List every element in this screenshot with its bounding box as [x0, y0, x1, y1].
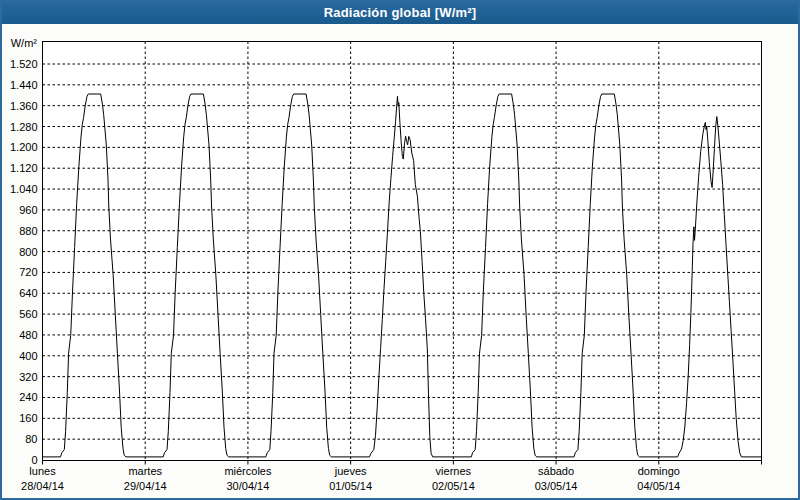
- y-tick-label: 560: [19, 308, 37, 320]
- day-name-label: viernes: [436, 465, 472, 477]
- chart-window: Radiación global [W/m²] W/m² 08016024032…: [0, 0, 800, 500]
- y-tick-label: 1.120: [10, 162, 38, 174]
- y-tick-label: 1.040: [10, 183, 38, 195]
- chart-title: Radiación global [W/m²]: [324, 5, 477, 20]
- day-date-label: 03/05/14: [535, 480, 578, 492]
- y-tick-label: 480: [19, 329, 37, 341]
- y-tick-label: 320: [19, 371, 37, 383]
- day-date-label: 04/05/14: [637, 480, 680, 492]
- chart-title-bar: Radiación global [W/m²]: [2, 2, 798, 24]
- y-tick-label: 400: [19, 350, 37, 362]
- day-date-label: 29/04/14: [124, 480, 167, 492]
- day-name-label: martes: [128, 465, 162, 477]
- y-tick-label: 1.520: [10, 58, 38, 70]
- y-tick-label: 1.360: [10, 100, 38, 112]
- chart-area: W/m² 08016024032040048056064072080088096…: [2, 24, 798, 498]
- y-axis-unit-label: W/m²: [2, 37, 37, 49]
- day-date-label: 02/05/14: [432, 480, 475, 492]
- radiation-line-chart: 0801602403204004805606407208008809601.04…: [2, 24, 798, 498]
- day-name-label: jueves: [334, 465, 367, 477]
- y-tick-label: 800: [19, 246, 37, 258]
- y-tick-label: 160: [19, 412, 37, 424]
- y-tick-label: 240: [19, 391, 37, 403]
- y-tick-label: 960: [19, 204, 37, 216]
- day-date-label: 28/04/14: [21, 480, 64, 492]
- day-name-label: sábado: [538, 465, 574, 477]
- day-name-label: domingo: [638, 465, 680, 477]
- day-date-label: 01/05/14: [329, 480, 372, 492]
- day-name-label: miércoles: [224, 465, 272, 477]
- y-tick-label: 640: [19, 287, 37, 299]
- y-tick-label: 720: [19, 266, 37, 278]
- y-tick-label: 880: [19, 225, 37, 237]
- y-tick-label: 1.440: [10, 79, 38, 91]
- y-tick-label: 80: [25, 433, 37, 445]
- day-name-label: lunes: [29, 465, 56, 477]
- y-tick-label: 1.280: [10, 121, 38, 133]
- y-tick-label: 1.200: [10, 141, 38, 153]
- day-date-label: 30/04/14: [227, 480, 270, 492]
